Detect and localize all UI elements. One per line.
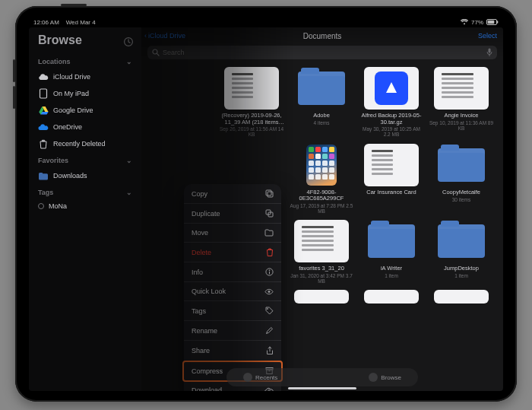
sidebar-item-icloud-drive[interactable]: iCloud Drive	[35, 68, 135, 85]
file-item[interactable]	[289, 290, 354, 304]
app-thumbnail	[364, 67, 419, 110]
file-item[interactable]	[429, 290, 494, 304]
file-item[interactable]: favorites 3_31_20 Jan 31, 2020 at 3:42 P…	[289, 220, 354, 284]
search-input[interactable]	[163, 49, 483, 56]
file-item[interactable]	[359, 290, 424, 304]
volume-up-button	[13, 59, 15, 82]
pencil-icon	[264, 326, 274, 335]
folder-thumbnail	[364, 220, 419, 262]
trash-icon	[264, 248, 274, 256]
ctx-info[interactable]: Info	[184, 262, 281, 282]
dock-browse[interactable]: Browse	[369, 373, 401, 382]
folder-icon	[369, 373, 378, 382]
file-item[interactable]: Angie Invoice Sep 10, 2019 at 11:36 AM 8…	[429, 67, 494, 138]
section-tags[interactable]: Tags ⌄	[38, 189, 132, 196]
chevron-down-icon: ⌄	[126, 58, 132, 65]
ctx-label: Delete	[192, 249, 211, 256]
dock: Recents Browse	[226, 368, 418, 386]
select-button[interactable]: Select	[478, 32, 497, 40]
context-menu: CopyDuplicateMoveDeleteInfoQuick LookTag…	[184, 184, 281, 391]
section-favorites[interactable]: Favorites ⌄	[38, 157, 132, 164]
file-item[interactable]: iA Writer 1 item	[359, 220, 424, 284]
sidebar-item-downloads[interactable]: Downloads	[35, 167, 135, 184]
ctx-copy[interactable]: Copy	[184, 184, 281, 204]
ctx-label: Duplicate	[192, 210, 220, 218]
ctx-duplicate[interactable]: Duplicate	[184, 204, 281, 224]
svg-point-16	[267, 308, 268, 310]
volume-down-button	[13, 86, 15, 109]
status-date: Wed Mar 4	[66, 19, 96, 26]
sidebar-item-on-my-ipad[interactable]: On My iPad	[35, 85, 135, 102]
ipad-frame: 12:06 AM Wed Mar 4 77% Browse Loca	[15, 6, 517, 402]
tag-dot-icon	[38, 203, 44, 209]
ctx-rename[interactable]: Rename	[184, 321, 281, 341]
page-title: Documents	[141, 32, 503, 40]
svg-rect-7	[489, 49, 491, 53]
chevron-down-icon: ⌄	[126, 157, 132, 164]
info-icon	[264, 268, 274, 276]
home-indicator[interactable]	[288, 387, 356, 389]
folder-icon	[38, 170, 49, 181]
download-icon	[264, 386, 274, 391]
alfred-icon	[375, 72, 408, 105]
file-item[interactable]: Alfred Backup 2019-05-30.tar.gz May 30, …	[359, 67, 424, 138]
battery-icon	[486, 19, 499, 25]
move-icon	[264, 229, 274, 237]
ctx-label: Rename	[192, 327, 217, 335]
document-thumbnail	[434, 67, 489, 110]
status-bar: 12:06 AM Wed Mar 4 77%	[29, 17, 503, 27]
recents-icon[interactable]	[123, 37, 134, 49]
svg-rect-4	[40, 89, 47, 98]
svg-line-6	[157, 53, 159, 56]
document-thumbnail	[294, 220, 349, 262]
share-icon	[264, 346, 274, 355]
ctx-quick-look[interactable]: Quick Look	[184, 282, 281, 301]
ctx-label: Tags	[192, 307, 206, 315]
sidebar-item-recently-deleted[interactable]: Recently Deleted	[35, 135, 135, 152]
ctx-move[interactable]: Move	[184, 224, 281, 243]
file-item[interactable]: Car Insurance Card	[359, 144, 424, 215]
section-locations[interactable]: Locations ⌄	[38, 58, 132, 65]
onedrive-icon	[38, 122, 49, 132]
folder-thumbnail	[434, 220, 489, 262]
folder-thumbnail	[434, 144, 489, 186]
ctx-tags[interactable]: Tags	[184, 301, 281, 321]
file-item[interactable]: CoopyMetcalfe 30 items	[429, 144, 494, 215]
folder-thumbnail	[294, 67, 349, 110]
search-icon	[152, 46, 160, 59]
nav-bar: ‹ iCloud Drive Documents Select	[141, 27, 503, 43]
svg-point-13	[269, 270, 271, 272]
dock-recents[interactable]: Recents	[243, 373, 277, 382]
battery-pct: 77%	[471, 19, 483, 26]
ctx-label: Quick Look	[192, 288, 226, 295]
sidebar-item-onedrive[interactable]: OneDrive	[35, 119, 135, 135]
eye-icon	[264, 288, 274, 295]
ctx-label: Move	[192, 229, 208, 237]
file-item[interactable]: (Recovery) 2019-09-26, 11_39 AM (218 ite…	[219, 67, 284, 138]
tag-icon	[264, 307, 274, 315]
ctx-label: Download	[192, 386, 222, 391]
duplicate-icon	[264, 209, 274, 218]
sidebar-tag-mona[interactable]: MoNa	[35, 199, 135, 213]
main-area: ‹ iCloud Drive Documents Select	[141, 27, 503, 391]
status-left: 12:06 AM Wed Mar 4	[33, 19, 96, 26]
sidebar-title: Browse	[38, 33, 82, 47]
clock-icon	[243, 373, 252, 382]
sidebar-item-google-drive[interactable]: Google Drive	[35, 102, 135, 119]
icloud-icon	[38, 72, 49, 82]
file-item[interactable]: Adobe 4 items	[289, 67, 354, 138]
ctx-delete[interactable]: Delete	[184, 243, 281, 262]
svg-point-15	[268, 291, 271, 293]
mic-icon[interactable]	[486, 46, 492, 59]
screenshot-thumbnail	[294, 144, 349, 186]
grid-spacer	[149, 67, 214, 138]
search-bar[interactable]	[147, 46, 497, 59]
file-item[interactable]: JumpDesktop 1 item	[429, 220, 494, 284]
chevron-down-icon: ⌄	[126, 189, 132, 196]
file-item[interactable]: 4F82-9008-0E3C685A299CF Aug 17, 2019 at …	[289, 144, 354, 215]
trash-icon	[38, 138, 49, 149]
copy-icon	[264, 189, 274, 198]
wifi-icon	[461, 19, 468, 25]
ctx-share[interactable]: Share	[184, 341, 281, 361]
ipad-icon	[38, 88, 49, 99]
